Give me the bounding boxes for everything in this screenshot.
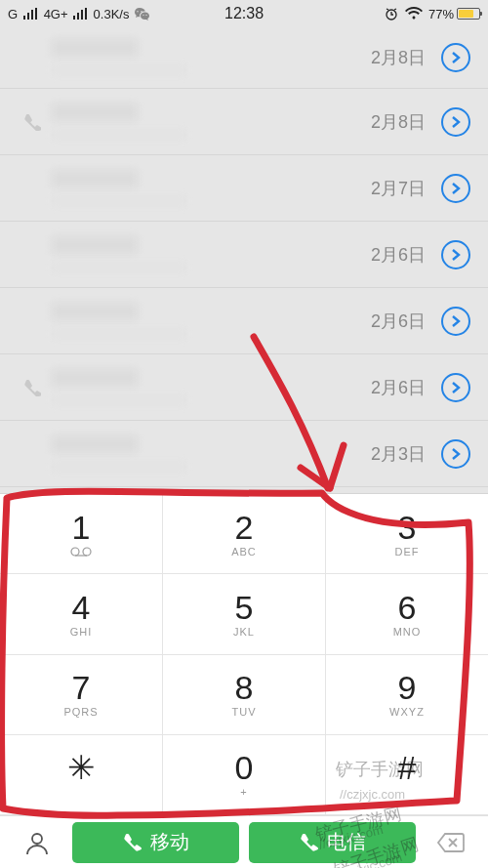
call-contact	[47, 368, 371, 407]
backspace-button[interactable]	[426, 822, 476, 863]
battery-pct: 77%	[428, 7, 454, 21]
dial-key-3[interactable]: 3DEF	[326, 494, 488, 574]
network-type: 4G+	[44, 7, 68, 21]
dial-num: 1	[72, 511, 91, 544]
phone-icon	[123, 833, 142, 852]
call-detail-button[interactable]	[441, 373, 470, 402]
call-date: 2月8日	[371, 46, 426, 69]
dial-num: 9	[398, 671, 417, 704]
call-date: 2月6日	[371, 376, 426, 399]
dial-key-7[interactable]: 7PQRS	[0, 655, 163, 735]
dial-key-2[interactable]: 2ABC	[163, 494, 326, 574]
dial-sub: PQRS	[63, 706, 98, 718]
call-sim2-button[interactable]: 电信	[249, 822, 416, 863]
dial-key-star[interactable]: ✳	[0, 735, 163, 815]
dial-key-5[interactable]: 5JKL	[163, 574, 326, 654]
call-row[interactable]: 2月3日	[0, 421, 488, 487]
call-row[interactable]: 2月6日	[0, 288, 488, 354]
clock: 12:38	[224, 5, 264, 22]
call-sim1-button[interactable]: 移动	[72, 822, 239, 863]
call-contact	[47, 169, 371, 208]
chevron-right-icon	[450, 182, 462, 195]
call-row[interactable]: 2月8日	[0, 27, 488, 89]
call-sim2-label: 电信	[327, 829, 366, 855]
chevron-right-icon	[450, 248, 462, 262]
dial-num: ✳	[67, 751, 95, 784]
recent-calls-list[interactable]: 2月8日2月8日2月7日2月6日2月6日2月6日2月3日	[0, 27, 488, 493]
call-detail-button[interactable]	[441, 240, 470, 269]
dial-key-8[interactable]: 8TUV	[163, 655, 326, 735]
call-contact	[47, 235, 371, 274]
dial-sub: +	[240, 786, 247, 798]
wechat-icon	[134, 6, 151, 21]
call-contact	[47, 103, 371, 142]
chevron-right-icon	[450, 381, 462, 394]
dial-sub: GHI	[70, 626, 93, 638]
dial-sub: DEF	[395, 546, 420, 558]
dial-num: 0	[235, 751, 254, 784]
dial-key-hash[interactable]: #	[326, 735, 488, 815]
dial-num: 8	[235, 671, 254, 704]
call-row[interactable]: 2月6日	[0, 354, 488, 421]
dial-num: #	[398, 751, 417, 784]
alarm-icon	[384, 6, 399, 21]
dial-sub: JKL	[233, 626, 255, 638]
dial-sub: MNO	[393, 626, 422, 638]
contacts-button[interactable]	[12, 822, 62, 863]
call-detail-button[interactable]	[441, 439, 470, 469]
dial-key-9[interactable]: 9WXYZ	[326, 655, 488, 735]
call-date: 2月6日	[371, 243, 426, 267]
dial-num: 5	[235, 591, 254, 624]
chevron-right-icon	[450, 447, 462, 461]
data-speed: 0.3K/s	[94, 7, 130, 21]
call-detail-button[interactable]	[441, 107, 470, 137]
call-row[interactable]: 2月7日	[0, 155, 488, 222]
call-date: 2月7日	[371, 177, 426, 200]
call-row[interactable]: 2月8日	[0, 89, 488, 155]
call-detail-button[interactable]	[441, 174, 470, 203]
dial-key-6[interactable]: 6MNO	[326, 574, 488, 654]
svg-point-4	[32, 834, 42, 844]
call-detail-button[interactable]	[441, 43, 470, 72]
call-date: 2月6日	[371, 310, 426, 333]
dial-num: 6	[398, 591, 417, 624]
call-row[interactable]: 2月6日	[0, 222, 488, 288]
call-direction-icon	[18, 379, 47, 396]
call-direction-icon	[18, 113, 47, 131]
call-date: 2月8日	[371, 110, 426, 134]
status-bar: G 4G+ 0.3K/s 12:38 77%	[0, 0, 488, 27]
status-right: 77%	[264, 6, 480, 21]
dial-num: 2	[235, 511, 254, 544]
status-left: G 4G+ 0.3K/s	[8, 6, 224, 21]
dial-key-0[interactable]: 0+	[163, 735, 326, 815]
call-date: 2月3日	[371, 442, 426, 466]
dialpad: 12ABC3DEF4GHI5JKL6MNO7PQRS8TUV9WXYZ✳0+#	[0, 493, 488, 815]
dial-key-1[interactable]: 1	[0, 494, 163, 574]
dial-sub: ABC	[231, 546, 257, 558]
call-sim1-label: 移动	[150, 829, 189, 855]
backspace-icon	[436, 832, 466, 853]
chevron-right-icon	[450, 51, 462, 64]
carrier-g: G	[8, 7, 19, 21]
dial-num: 3	[398, 511, 417, 544]
dial-num: 7	[72, 671, 91, 704]
call-detail-button[interactable]	[441, 307, 470, 336]
wifi-icon	[405, 7, 423, 21]
dial-num: 4	[72, 591, 91, 624]
signal-bars-icon	[23, 8, 39, 20]
voicemail-icon	[70, 546, 92, 558]
dial-sub: WXYZ	[389, 706, 425, 718]
dial-sub: TUV	[232, 706, 257, 718]
bottom-bar: 移动 电信	[0, 815, 488, 868]
chevron-right-icon	[450, 115, 462, 129]
chevron-right-icon	[450, 314, 462, 328]
svg-point-1	[71, 548, 79, 556]
phone-icon	[300, 833, 319, 852]
call-contact	[47, 302, 371, 341]
battery-indicator: 77%	[428, 7, 480, 21]
dial-key-4[interactable]: 4GHI	[0, 574, 163, 654]
call-contact	[47, 38, 371, 77]
contacts-icon	[23, 829, 51, 856]
svg-point-2	[83, 548, 91, 556]
signal-bars-2-icon	[73, 8, 89, 20]
